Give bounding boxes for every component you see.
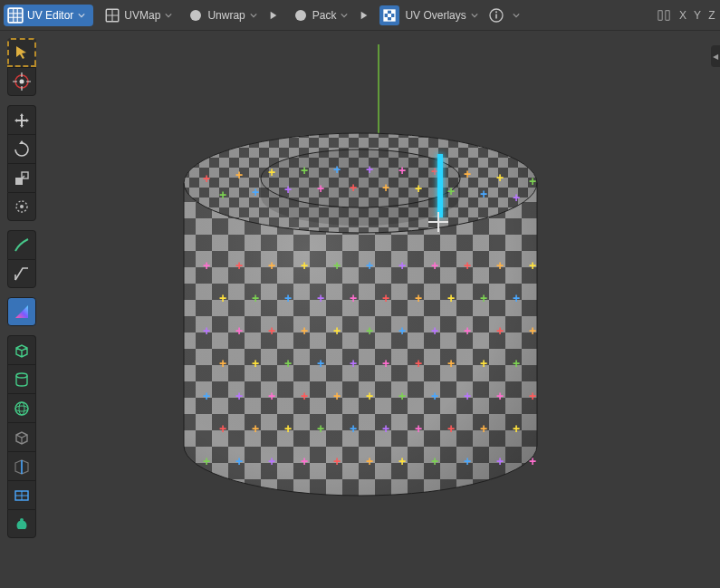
svg-text:+: + — [283, 182, 291, 197]
tool-uv-mark-seam[interactable] — [7, 451, 36, 480]
svg-text:+: + — [202, 453, 209, 468]
tool-uv-project-from-view[interactable] — [7, 422, 36, 451]
svg-text:+: + — [528, 388, 535, 402]
tool-annotate[interactable] — [7, 230, 36, 259]
svg-text:+: + — [235, 168, 242, 182]
svg-text:+: + — [398, 453, 405, 468]
svg-text:+: + — [512, 189, 519, 204]
svg-text:+: + — [300, 453, 307, 468]
svg-text:+: + — [316, 290, 323, 304]
axis-y-button[interactable]: Y — [691, 9, 706, 22]
svg-rect-4 — [391, 10, 395, 14]
svg-text:+: + — [218, 420, 226, 435]
tool-measure[interactable] — [7, 259, 36, 288]
svg-text:+: + — [316, 355, 323, 370]
svg-point-19 — [16, 373, 27, 378]
axis-x-button[interactable]: X — [677, 9, 691, 22]
svg-text:+: + — [235, 388, 242, 402]
svg-text:+: + — [528, 257, 535, 272]
viewport[interactable]: ++++++++++++++++++++++++++++++++++++++++… — [0, 31, 720, 588]
chevron-down-icon — [164, 11, 173, 20]
svg-text:+: + — [446, 355, 454, 370]
svg-text:+: + — [365, 388, 372, 402]
toolbar — [7, 38, 36, 547]
svg-rect-3 — [384, 10, 388, 14]
svg-text:+: + — [365, 453, 372, 468]
svg-text:+: + — [463, 166, 470, 180]
svg-point-24 — [20, 518, 24, 522]
svg-rect-11 — [658, 10, 662, 20]
svg-text:+: + — [251, 290, 258, 304]
svg-text:+: + — [283, 355, 291, 370]
pack-dropdown[interactable]: Pack — [289, 5, 353, 26]
svg-text:+: + — [251, 355, 258, 370]
svg-text:+: + — [414, 420, 421, 435]
tool-uv-sphere-project[interactable] — [7, 393, 36, 422]
svg-rect-5 — [388, 14, 391, 17]
svg-text:+: + — [300, 163, 307, 178]
pack-run-button[interactable] — [356, 7, 372, 24]
tool-uv-island-scale[interactable] — [7, 509, 36, 538]
svg-text:+: + — [463, 323, 470, 337]
tool-transform[interactable] — [7, 192, 36, 221]
svg-text:+: + — [398, 162, 405, 177]
svg-point-22 — [19, 402, 24, 415]
svg-rect-12 — [666, 10, 669, 20]
svg-text:+: + — [381, 180, 389, 195]
svg-text:+: + — [251, 420, 258, 435]
svg-text:+: + — [446, 183, 454, 198]
svg-text:+: + — [267, 388, 274, 402]
chevron-down-icon — [340, 11, 349, 20]
svg-text:+: + — [381, 290, 389, 304]
svg-point-18 — [20, 205, 24, 208]
unwrap-run-button[interactable] — [265, 7, 282, 24]
tool-uv-cylinder-project[interactable] — [7, 364, 36, 393]
tool-scale[interactable] — [7, 163, 36, 192]
svg-rect-7 — [391, 17, 395, 21]
svg-text:+: + — [495, 453, 503, 468]
svg-text:+: + — [381, 420, 389, 435]
svg-text:+: + — [349, 290, 356, 304]
svg-text:+: + — [349, 420, 356, 435]
svg-text:+: + — [398, 257, 405, 272]
svg-text:+: + — [202, 171, 209, 186]
svg-point-10 — [495, 11, 497, 13]
svg-text:+: + — [332, 453, 340, 468]
svg-text:+: + — [365, 161, 372, 176]
scene-object-cylinder: ++++++++++++++++++++++++++++++++++++++++… — [179, 88, 542, 514]
svg-text:+: + — [283, 420, 291, 435]
chevron-down-icon — [77, 11, 86, 20]
svg-text:+: + — [235, 323, 242, 337]
info-dropdown[interactable] — [486, 5, 523, 26]
svg-text:+: + — [414, 355, 421, 370]
svg-text:+: + — [479, 290, 486, 304]
tool-move[interactable] — [7, 105, 36, 134]
axis-selector: X Y Z — [657, 7, 720, 24]
svg-point-14 — [20, 80, 24, 84]
editor-type-label: UV Editor — [27, 9, 73, 22]
tool-rotate[interactable] — [7, 134, 36, 163]
uvmap-dropdown[interactable]: UVMap — [101, 5, 177, 26]
svg-text:+: + — [430, 323, 437, 337]
editor-type-menu[interactable]: UV Editor — [4, 5, 93, 26]
split-icon[interactable] — [657, 7, 671, 24]
svg-rect-9 — [495, 14, 497, 18]
svg-rect-0 — [8, 8, 23, 23]
tool-cursor[interactable] — [7, 67, 36, 96]
svg-text:+: + — [218, 188, 226, 202]
unwrap-dropdown[interactable]: Unwrap — [184, 5, 261, 26]
tool-uv-gradient[interactable] — [7, 297, 36, 326]
svg-text:+: + — [316, 420, 323, 435]
svg-text:+: + — [349, 179, 356, 194]
svg-text:+: + — [512, 290, 519, 304]
uv-editor-icon — [7, 7, 24, 24]
uv-overlays-dropdown[interactable]: UV Overlays — [379, 5, 482, 26]
svg-text:+: + — [300, 257, 307, 272]
tool-uv-cube-project[interactable] — [7, 335, 36, 364]
svg-text:+: + — [398, 323, 405, 337]
svg-text:+: + — [512, 420, 519, 435]
axis-z-button[interactable]: Z — [706, 9, 720, 22]
svg-text:+: + — [479, 186, 486, 200]
tool-uv-live-unwrap[interactable] — [7, 480, 36, 509]
tool-select-box[interactable] — [7, 38, 36, 67]
